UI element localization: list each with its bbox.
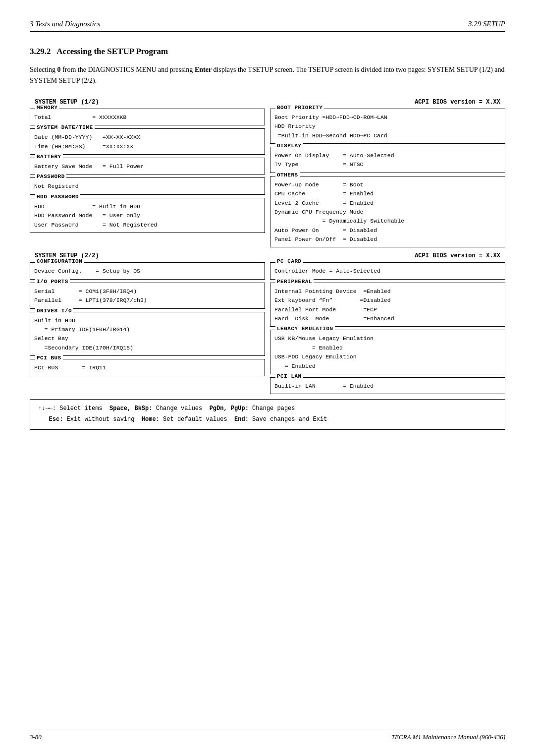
memory-title: MEMORY bbox=[35, 105, 59, 111]
system-date-box: SYSTEM DATE/TIME Date (MM-DD-YYYY) =XX-X… bbox=[30, 128, 265, 155]
hdd-password-box: HDD PASSWORD HDD = Built-in HDD HDD Pass… bbox=[30, 198, 265, 233]
page-header: 3 Tests and Diagnostics 3.29 SETUP bbox=[30, 20, 505, 32]
battery-box: BATTERY Battery Save Mode = Full Power bbox=[30, 158, 265, 174]
drives-io-content: Built-in HDD = Primary IDE(1F0H/IRG14) S… bbox=[34, 316, 261, 353]
configuration-box: CONFIGURATION Device Config. = Setup by … bbox=[30, 262, 265, 279]
hdd-password-content: HDD = Built-in HDD HDD Password Mode = U… bbox=[34, 202, 261, 230]
screen1-right-panels: BOOT PRIORITY Boot Priority =HDD→FDD→CD-… bbox=[270, 109, 505, 248]
legacy-emulation-title: LEGACY EMULATION bbox=[275, 326, 335, 332]
screen1-header: SYSTEM SETUP (1/2) ACPI BIOS version = X… bbox=[30, 99, 505, 106]
boot-priority-content: Boot Priority =HDD→FDD→CD-ROM→LAN HDD Rr… bbox=[274, 113, 501, 140]
nav-line1: ↑↓→←: Select items Space, BkSp: Change v… bbox=[38, 404, 497, 414]
footer-manual-title: TECRA M1 Maintenance Manual (960-436) bbox=[391, 733, 505, 741]
navigation-help: ↑↓→←: Select items Space, BkSp: Change v… bbox=[30, 399, 505, 429]
screen1-panels: MEMORY Total = XXXXXXKB SYSTEM DATE/TIME… bbox=[30, 109, 505, 248]
footer-page-number: 3-80 bbox=[30, 733, 42, 741]
boot-priority-title: BOOT PRIORITY bbox=[275, 105, 324, 111]
header-right: 3.29 SETUP bbox=[468, 20, 505, 28]
system-date-content: Date (MM-DD-YYYY) =XX-XX-XXXX Time (HH:M… bbox=[34, 133, 261, 151]
peripheral-box: PERIPHERAL Internal Pointing Device =Ena… bbox=[270, 283, 505, 327]
display-box: DISPLAY Power On Display = Auto-Selected… bbox=[270, 147, 505, 173]
peripheral-content: Internal Pointing Device =Enabled Ext ka… bbox=[274, 287, 501, 324]
screen2-header: SYSTEM SETUP (2/2) ACPI BIOS version = X… bbox=[30, 252, 505, 259]
password-box: PASSWORD Not Registerd bbox=[30, 177, 265, 194]
pci-bus-content: PCI BUS = IRQ11 bbox=[34, 363, 261, 372]
io-ports-box: I/O PORTS Serial = COM1(3F8H/IRQ4) Paral… bbox=[30, 283, 265, 309]
drives-io-box: DRIVES I/O Built-in HDD = Primary IDE(1F… bbox=[30, 312, 265, 356]
boot-priority-box: BOOT PRIORITY Boot Priority =HDD→FDD→CD-… bbox=[270, 109, 505, 144]
header-left: 3 Tests and Diagnostics bbox=[30, 20, 100, 28]
others-box: OTHERS Power-up mode = Boot CPU Cache = … bbox=[270, 176, 505, 248]
password-content: Not Registerd bbox=[34, 182, 261, 191]
pci-lan-title: PCI LAN bbox=[275, 373, 303, 379]
system-date-title: SYSTEM DATE/TIME bbox=[35, 124, 95, 130]
drives-io-title: DRIVES I/O bbox=[35, 308, 73, 314]
screen2-panels: CONFIGURATION Device Config. = Setup by … bbox=[30, 262, 505, 394]
hdd-password-title: HDD PASSWORD bbox=[35, 194, 80, 200]
pci-bus-title: PCI BUS bbox=[35, 355, 63, 361]
configuration-title: CONFIGURATION bbox=[35, 258, 84, 264]
screen2-right-label: ACPI BIOS version = X.XX bbox=[415, 252, 500, 259]
memory-content: Total = XXXXXXKB bbox=[34, 113, 261, 122]
screen2-right-panels: PC CARD Controller Mode = Auto-Selected … bbox=[270, 262, 505, 394]
pc-card-box: PC CARD Controller Mode = Auto-Selected bbox=[270, 262, 505, 279]
pci-lan-content: Built-in LAN = Enabled bbox=[274, 382, 501, 391]
legacy-emulation-box: LEGACY EMULATION USB KB/Mouse Legacy Emu… bbox=[270, 330, 505, 374]
pc-card-title: PC CARD bbox=[275, 258, 303, 264]
others-title: OTHERS bbox=[275, 172, 300, 178]
nav-line2: Esc: Exit without saving Home: Set defau… bbox=[38, 414, 497, 425]
screen1-right-label: ACPI BIOS version = X.XX bbox=[415, 99, 500, 106]
memory-box: MEMORY Total = XXXXXXKB bbox=[30, 109, 265, 125]
screen1-left-panels: MEMORY Total = XXXXXXKB SYSTEM DATE/TIME… bbox=[30, 109, 265, 248]
battery-title: BATTERY bbox=[35, 154, 63, 160]
others-content: Power-up mode = Boot CPU Cache = Enabled… bbox=[274, 180, 501, 244]
battery-content: Battery Save Mode = Full Power bbox=[34, 162, 261, 171]
io-ports-title: I/O PORTS bbox=[35, 279, 70, 285]
screen2-left-panels: CONFIGURATION Device Config. = Setup by … bbox=[30, 262, 265, 394]
io-ports-content: Serial = COM1(3F8H/IRQ4) Parallel = LPT1… bbox=[34, 287, 261, 305]
peripheral-title: PERIPHERAL bbox=[275, 279, 314, 285]
display-content: Power On Display = Auto-Selected TV Type… bbox=[274, 151, 501, 170]
pci-lan-box: PCI LAN Built-in LAN = Enabled bbox=[270, 377, 505, 394]
display-title: DISPLAY bbox=[275, 143, 303, 149]
configuration-content: Device Config. = Setup by OS bbox=[34, 267, 261, 276]
intro-paragraph: Selecting 0 from the DIAGNOSTICS MENU an… bbox=[30, 64, 505, 87]
pc-card-content: Controller Mode = Auto-Selected bbox=[274, 267, 501, 276]
legacy-emulation-content: USB KB/Mouse Legacy Emulation = Enabled … bbox=[274, 334, 501, 371]
pci-bus-box: PCI BUS PCI BUS = IRQ11 bbox=[30, 359, 265, 376]
password-title: PASSWORD bbox=[35, 174, 66, 179]
section-title: 3.29.2 Accessing the SETUP Program bbox=[30, 47, 505, 57]
page-footer: 3-80 TECRA M1 Maintenance Manual (960-43… bbox=[30, 730, 505, 741]
